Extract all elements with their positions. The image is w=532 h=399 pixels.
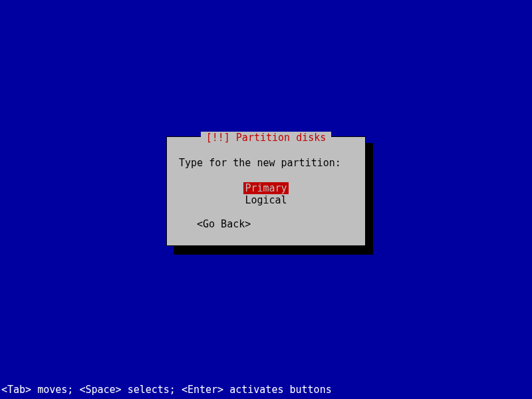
- go-back-button[interactable]: <Go Back>: [197, 218, 251, 230]
- option-logical[interactable]: Logical: [243, 194, 288, 206]
- partition-dialog: [!!] Partition disks Type for the new pa…: [166, 136, 366, 246]
- dialog-title-wrap: [!!] Partition disks: [167, 132, 365, 144]
- option-primary[interactable]: Primary: [243, 182, 288, 194]
- dialog-title: [!!] Partition disks: [201, 132, 332, 144]
- status-bar: <Tab> moves; <Space> selects; <Enter> ac…: [1, 384, 332, 396]
- partition-type-options: Primary Logical: [167, 182, 365, 206]
- dialog-prompt: Type for the new partition:: [179, 157, 341, 169]
